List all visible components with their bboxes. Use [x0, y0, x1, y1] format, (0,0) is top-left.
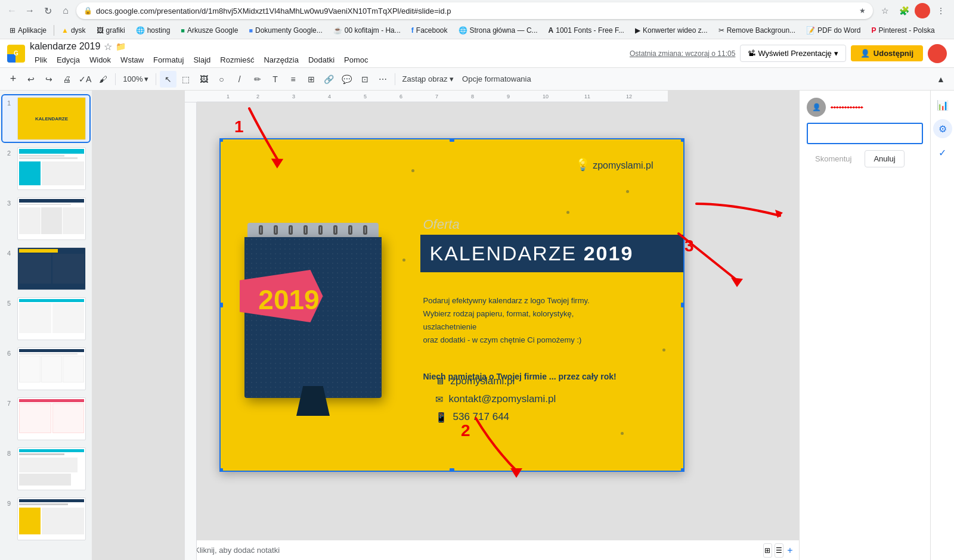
address-bar[interactable]: 🔒 docs.google.com/presentation/d/1m8hvj5… [76, 2, 873, 19]
toolbar-undo-btn[interactable]: ↩ [23, 71, 39, 88]
bookmark-remove-bg[interactable]: ✂ Remove Backgroun... [714, 25, 800, 36]
grid-view-btn[interactable]: ⊞ [763, 543, 772, 558]
bookmark-star-button[interactable]: ☆ [876, 2, 893, 19]
bookmark-facebook[interactable]: f Facebook [407, 25, 453, 36]
slide-thumb-2[interactable]: 2 [2, 145, 89, 192]
toolbar-paintformat-btn[interactable]: 🖌 [95, 71, 111, 88]
slide-thumb-5[interactable]: 5 [2, 295, 89, 342]
zoom-control[interactable]: 100% ▾ [119, 73, 151, 85]
last-saved-text: Ostatnia zmiana: wczoraj o 11:05 [630, 49, 735, 58]
anuluj-button[interactable]: Anuluj [865, 150, 904, 167]
handle-bl[interactable] [219, 468, 223, 472]
slide-thumb-1[interactable]: 1 KALENDARZE [2, 95, 89, 142]
menu-plik[interactable]: Plik [30, 54, 52, 66]
bookmark-grafiki[interactable]: 🖼 grafiki [92, 25, 130, 36]
bookmark-strona[interactable]: 🌐 Strona główna — C... [454, 25, 543, 36]
cal-body: 2019 [244, 237, 382, 398]
dot-2 [566, 211, 569, 214]
svg-marker-18 [731, 278, 743, 287]
toolbar-select-btn[interactable]: ⬚ [178, 71, 194, 88]
menu-edycja[interactable]: Edycja [52, 54, 85, 66]
menu-wstaw[interactable]: Wstaw [116, 54, 148, 66]
add-slide-btn[interactable]: + [786, 543, 794, 558]
sidebar-chart-btn[interactable]: 📊 [933, 95, 952, 114]
toolbar-add-btn[interactable]: + [5, 71, 21, 88]
svg-text:1: 1 [227, 94, 230, 99]
slide-thumb-7[interactable]: 7 [2, 396, 89, 442]
toolbar-link-btn[interactable]: 🔗 [321, 71, 337, 88]
sidebar-settings-btn[interactable]: ⚙ [933, 119, 952, 138]
bookmark-arkusze[interactable]: ■ Arkusze Google [176, 25, 243, 36]
collapse-toolbar-btn[interactable]: ▲ [933, 71, 949, 88]
forward-button[interactable]: → [23, 4, 37, 18]
toolbar-cursor-btn[interactable]: ↖ [160, 71, 176, 88]
handle-tr[interactable] [681, 138, 684, 142]
toolbar-print-btn[interactable]: 🖨 [58, 71, 75, 88]
extensions-button[interactable]: 🧩 [896, 2, 912, 19]
bookmark-dokumenty[interactable]: ■ Dokumenty Google... [244, 25, 327, 36]
handle-br[interactable] [681, 468, 684, 472]
handle-left[interactable] [219, 303, 223, 307]
slide-canvas[interactable]: 💡 zpomyslami.pl [219, 138, 684, 472]
notes-bar[interactable]: Kliknij, aby dodać notatki ··· [185, 540, 799, 560]
menu-formatuj[interactable]: Formatuj [148, 54, 188, 66]
back-button[interactable]: ← [5, 4, 19, 18]
comment-input[interactable] [807, 123, 923, 144]
home-button[interactable]: ⌂ [58, 4, 73, 18]
slide-thumb-9[interactable]: 9 [2, 496, 89, 542]
handle-tl[interactable] [219, 138, 223, 142]
handle-bottom[interactable] [450, 468, 454, 472]
slide-thumb-4[interactable]: 4 [2, 245, 89, 292]
refresh-button[interactable]: ↻ [41, 4, 55, 18]
bookmark-pinterest[interactable]: P Pinterest - Polska [867, 25, 940, 36]
toolbar-redo-btn[interactable]: ↪ [41, 71, 57, 88]
menu-slajd[interactable]: Slajd [188, 54, 215, 66]
bookmark-kofitajm[interactable]: ☕ 00 kofitajm - Ha... [329, 25, 405, 36]
skomentuj-button[interactable]: Skomentuj [807, 150, 860, 167]
bookmark-hosting[interactable]: 🌐 hosting [131, 25, 175, 36]
bookmark-pdf-word[interactable]: 📝 PDF do Word [801, 25, 865, 36]
bookmark-dysk[interactable]: ▲ dysk [57, 25, 91, 36]
favorite-star[interactable]: ☆ [104, 41, 112, 52]
profile-button[interactable] [915, 3, 930, 18]
toolbar-textbox-btn[interactable]: T [267, 71, 284, 88]
toolbar-more-btn[interactable]: ⋯ [374, 71, 391, 88]
sidebar-check-btn[interactable]: ✓ [933, 143, 952, 162]
toolbar-pen-btn[interactable]: ✏ [249, 71, 266, 88]
toolbar-shapes-btn[interactable]: ○ [213, 71, 230, 88]
slide-thumb-6[interactable]: 6 [2, 346, 89, 392]
svg-text:5: 5 [364, 94, 367, 99]
toolbar-table-btn[interactable]: ⊞ [303, 71, 320, 88]
menu-widok[interactable]: Widok [85, 54, 116, 66]
toolbar-crop-btn[interactable]: ⊡ [357, 71, 373, 88]
folder-icon[interactable]: 📁 [116, 42, 126, 51]
list-view-btn[interactable]: ☰ [775, 543, 783, 558]
toolbar-image-btn[interactable]: 🖼 [196, 71, 212, 88]
logo-bulb-icon: 💡 [575, 158, 590, 171]
dokumenty-icon: ■ [249, 27, 253, 34]
toolbar-comment-btn[interactable]: 💬 [339, 71, 355, 88]
toolbar-spelcheck-btn[interactable]: ✓A [76, 71, 94, 88]
menu-dodatki[interactable]: Dodatki [303, 54, 339, 66]
bookmark-fonts[interactable]: A 1001 Fonts - Free F... [544, 25, 629, 36]
replace-image-btn[interactable]: Zastąp obraz ▾ [399, 73, 458, 85]
handle-top[interactable] [450, 138, 454, 142]
menu-pomoc[interactable]: Pomoc [339, 54, 373, 66]
bookmark-konwerter[interactable]: ▶ Konwerter wideo z... [630, 25, 713, 36]
handle-right[interactable] [681, 303, 684, 307]
address-text: docs.google.com/presentation/d/1m8hvj5XM… [96, 7, 859, 15]
settings-button[interactable]: ⋮ [933, 2, 949, 19]
toolbar-align-btn[interactable]: ≡ [285, 71, 302, 88]
presentation-title[interactable]: kalendarze 2019 [30, 41, 100, 52]
slide-preview-4 [17, 247, 86, 290]
user-avatar[interactable] [928, 44, 947, 63]
format-options-btn[interactable]: Opcje formatowania [459, 73, 535, 85]
slide-thumb-8[interactable]: 8 [2, 446, 89, 492]
toolbar-line-btn[interactable]: / [231, 71, 248, 88]
menu-rozmies[interactable]: Rozmieść [215, 54, 259, 66]
menu-narzedzia[interactable]: Narzędzia [259, 54, 303, 66]
share-button[interactable]: 👤 Udostępnij [851, 45, 923, 61]
present-button[interactable]: 📽 Wyświetl Prezentację ▾ [740, 45, 845, 62]
bookmark-aplikacje[interactable]: ⊞ Aplikacje [5, 25, 51, 36]
slide-thumb-3[interactable]: 3 [2, 195, 89, 242]
